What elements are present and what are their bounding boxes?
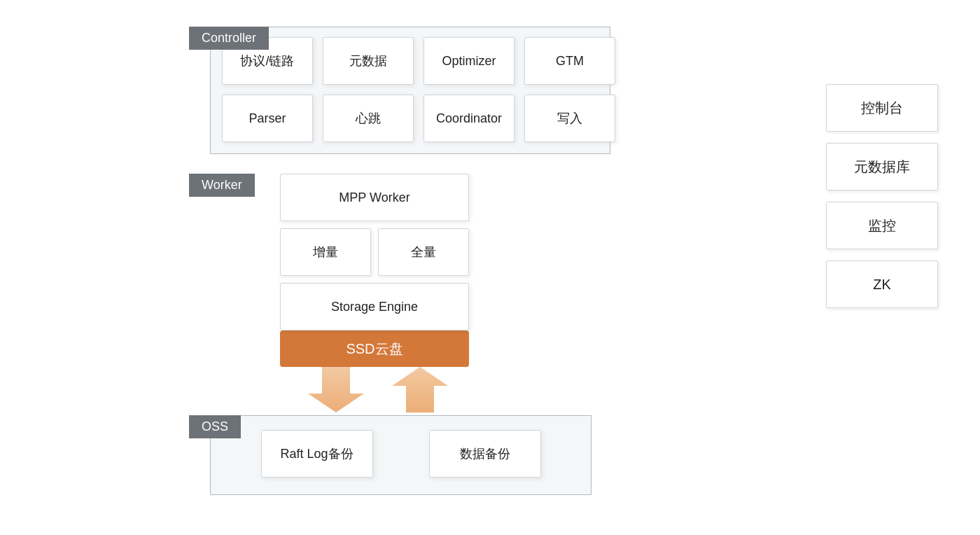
- right-panel: 控制台 元数据库 监控 ZK: [826, 84, 938, 308]
- arrows-svg: [280, 367, 476, 412]
- oss-label: OSS: [189, 415, 241, 438]
- component-coordinator: Coordinator: [424, 95, 514, 142]
- worker-label: Worker: [189, 174, 255, 197]
- component-gtm: GTM: [524, 37, 615, 85]
- oss-raft-log: Raft Log备份: [261, 430, 373, 478]
- component-write: 写入: [524, 95, 615, 142]
- controller-box: 协议/链路 元数据 Optimizer GTM Parser 心跳 Coordi…: [210, 27, 610, 154]
- diagram-wrapper: Controller 协议/链路 元数据 Optimizer GTM Parse…: [189, 7, 610, 495]
- oss-box: Raft Log备份 数据备份: [210, 415, 592, 495]
- ssd-box: SSD云盘: [280, 331, 469, 367]
- right-box-monitor: 监控: [826, 202, 938, 249]
- worker-section: Worker MPP Worker 增量 全量 Storage Engine S…: [189, 174, 610, 367]
- right-box-metadata-db: 元数据库: [826, 143, 938, 190]
- component-optimizer: Optimizer: [424, 37, 514, 85]
- ssd-wrapper: SSD云盘: [280, 331, 469, 367]
- storage-engine-box: Storage Engine: [280, 283, 469, 331]
- oss-data-backup: 数据备份: [429, 430, 541, 478]
- mpp-worker-box: MPP Worker: [280, 174, 469, 221]
- svg-marker-1: [392, 367, 448, 412]
- incremental-box: 增量: [280, 228, 371, 276]
- component-parser: Parser: [222, 95, 313, 142]
- controller-section: Controller 协议/链路 元数据 Optimizer GTM Parse…: [189, 27, 610, 154]
- oss-section: OSS Raft Log备份 数据备份: [189, 415, 609, 495]
- worker-content: MPP Worker 增量 全量 Storage Engine: [280, 174, 469, 331]
- component-heartbeat: 心跳: [323, 95, 414, 142]
- right-box-zk: ZK: [826, 260, 938, 308]
- full-box: 全量: [378, 228, 469, 276]
- right-box-console: 控制台: [826, 84, 938, 132]
- component-metadata: 元数据: [323, 37, 414, 85]
- controller-label: Controller: [189, 27, 269, 50]
- worker-two-col: 增量 全量: [280, 228, 469, 276]
- svg-marker-0: [308, 367, 364, 412]
